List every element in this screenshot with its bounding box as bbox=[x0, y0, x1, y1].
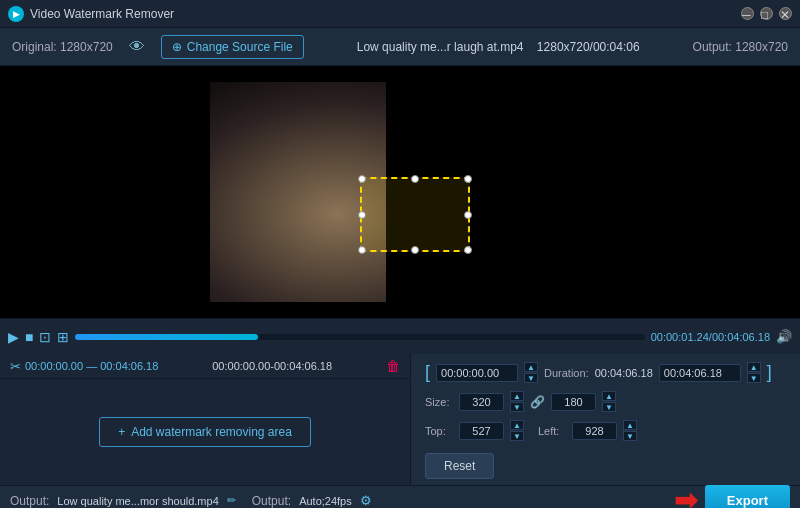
controls-panel: [ ▲ ▼ Duration: 00:04:06.18 ▲ ▼ ] Size: … bbox=[410, 354, 800, 485]
top-spinbox: ▲ ▼ bbox=[510, 420, 524, 441]
link-icon[interactable]: 🔗 bbox=[530, 395, 545, 409]
end-time-spinbox: ▲ ▼ bbox=[747, 362, 761, 383]
size-label: Size: bbox=[425, 396, 453, 408]
output-format: Auto;24fps bbox=[299, 495, 352, 507]
output-row: Output: Low quality me...mor should.mp4 … bbox=[0, 485, 800, 508]
left-input[interactable] bbox=[572, 422, 617, 440]
width-spinbox: ▲ ▼ bbox=[510, 391, 524, 412]
start-time-input[interactable] bbox=[436, 364, 518, 382]
size-row: Size: ▲ ▼ 🔗 ▲ ▼ bbox=[425, 391, 786, 412]
time-range-row: [ ▲ ▼ Duration: 00:04:06.18 ▲ ▼ ] bbox=[425, 362, 786, 383]
edit-filename-icon[interactable]: ✏ bbox=[227, 494, 236, 507]
height-spinbox: ▲ ▼ bbox=[602, 391, 616, 412]
position-row: Top: ▲ ▼ Left: ▲ ▼ bbox=[425, 420, 786, 441]
handle-bottom-left[interactable] bbox=[358, 246, 366, 254]
video-preview bbox=[0, 66, 800, 318]
start-time-up[interactable]: ▲ bbox=[524, 362, 538, 372]
left-bracket-icon: [ bbox=[425, 362, 430, 383]
add-watermark-area-button[interactable]: + Add watermark removing area bbox=[99, 417, 311, 447]
left-panel: ✂ 00:00:00.00 — 00:04:06.18 00:00:00.00-… bbox=[0, 354, 410, 485]
output-format-prefix: Output: bbox=[252, 494, 291, 508]
height-input[interactable] bbox=[551, 393, 596, 411]
add-area-row: + Add watermark removing area bbox=[0, 378, 410, 485]
start-time-down[interactable]: ▼ bbox=[524, 373, 538, 383]
change-source-button[interactable]: ⊕ Change Source File bbox=[161, 35, 304, 59]
right-bracket-icon: ] bbox=[767, 362, 772, 383]
video-frame bbox=[210, 82, 530, 302]
end-time-down[interactable]: ▼ bbox=[747, 373, 761, 383]
handle-top-right[interactable] bbox=[464, 175, 472, 183]
play-button[interactable]: ▶ bbox=[8, 329, 19, 345]
left-spinbox: ▲ ▼ bbox=[623, 420, 637, 441]
width-down[interactable]: ▼ bbox=[510, 402, 524, 412]
prev-clip-button[interactable]: ⊞ bbox=[57, 329, 69, 345]
preview-eye-icon[interactable]: 👁 bbox=[129, 38, 145, 56]
top-input[interactable] bbox=[459, 422, 504, 440]
height-up[interactable]: ▲ bbox=[602, 391, 616, 401]
end-time-up[interactable]: ▲ bbox=[747, 362, 761, 372]
plus-icon: ⊕ bbox=[172, 40, 182, 54]
app-icon: ▶ bbox=[8, 6, 24, 22]
settings-icon[interactable]: ⚙ bbox=[360, 493, 372, 508]
handle-bottom-right[interactable] bbox=[464, 246, 472, 254]
stop-button[interactable]: ■ bbox=[25, 329, 33, 345]
reset-row: Reset bbox=[425, 449, 786, 479]
duration-value: 00:04:06.18 bbox=[595, 367, 653, 379]
output-prefix: Output: bbox=[10, 494, 49, 508]
video-image bbox=[210, 82, 530, 302]
handle-mid-right[interactable] bbox=[464, 211, 472, 219]
left-up[interactable]: ▲ bbox=[623, 420, 637, 430]
end-time-input[interactable] bbox=[659, 364, 741, 382]
handle-top-left[interactable] bbox=[358, 175, 366, 183]
volume-icon[interactable]: 🔊 bbox=[776, 329, 792, 344]
top-label: Top: bbox=[425, 425, 453, 437]
maximize-button[interactable]: □ bbox=[760, 7, 773, 20]
left-down[interactable]: ▼ bbox=[623, 431, 637, 441]
original-resolution: Original: 1280x720 bbox=[12, 40, 113, 54]
watermark-selection-box[interactable] bbox=[360, 177, 470, 252]
plus-icon-add: + bbox=[118, 425, 125, 439]
handle-bottom-mid[interactable] bbox=[411, 246, 419, 254]
output-resolution: Output: 1280x720 bbox=[693, 40, 788, 54]
minimize-button[interactable]: ─ bbox=[741, 7, 754, 20]
top-up[interactable]: ▲ bbox=[510, 420, 524, 430]
timeline-area: ▶ ■ ⊡ ⊞ 00:00:01.24/00:04:06.18 🔊 bbox=[0, 318, 800, 354]
next-frame-button[interactable]: ⊡ bbox=[39, 329, 51, 345]
clip-icon: ✂ bbox=[10, 359, 21, 374]
current-time: 00:00:01.24/00:04:06.18 bbox=[651, 331, 770, 343]
window-controls: ─ □ ✕ bbox=[741, 7, 792, 20]
height-down[interactable]: ▼ bbox=[602, 402, 616, 412]
export-arrow-icon: ➡ bbox=[674, 484, 697, 508]
handle-top-mid[interactable] bbox=[411, 175, 419, 183]
delete-clip-icon[interactable]: 🗑 bbox=[386, 358, 400, 374]
start-time-spinbox: ▲ ▼ bbox=[524, 362, 538, 383]
progress-fill bbox=[75, 334, 257, 340]
handle-mid-left[interactable] bbox=[358, 211, 366, 219]
center-divider: ✂ 00:00:00.00 — 00:04:06.18 00:00:00.00-… bbox=[0, 354, 800, 485]
width-up[interactable]: ▲ bbox=[510, 391, 524, 401]
clip-area: ✂ 00:00:00.00 — 00:04:06.18 00:00:00.00-… bbox=[0, 354, 410, 378]
toolbar: Original: 1280x720 👁 ⊕ Change Source Fil… bbox=[0, 28, 800, 66]
width-input[interactable] bbox=[459, 393, 504, 411]
title-bar: ▶ Video Watermark Remover ─ □ ✕ bbox=[0, 0, 800, 28]
top-down[interactable]: ▼ bbox=[510, 431, 524, 441]
video-canvas bbox=[0, 66, 800, 318]
close-button[interactable]: ✕ bbox=[779, 7, 792, 20]
clip-time-range: 00:00:00.00 — 00:04:06.18 bbox=[25, 360, 158, 372]
app-title: Video Watermark Remover bbox=[30, 7, 741, 21]
main-content bbox=[0, 66, 800, 318]
duration-label: Duration: bbox=[544, 367, 589, 379]
reset-button[interactable]: Reset bbox=[425, 453, 494, 479]
file-name: Low quality me...r laugh at.mp4 1280x720… bbox=[320, 40, 677, 54]
left-label: Left: bbox=[538, 425, 566, 437]
export-button[interactable]: Export bbox=[705, 485, 790, 508]
progress-bar[interactable] bbox=[75, 334, 644, 340]
clip-duration: 00:00:00.00-00:04:06.18 bbox=[158, 360, 386, 372]
output-filename: Low quality me...mor should.mp4 bbox=[57, 495, 218, 507]
